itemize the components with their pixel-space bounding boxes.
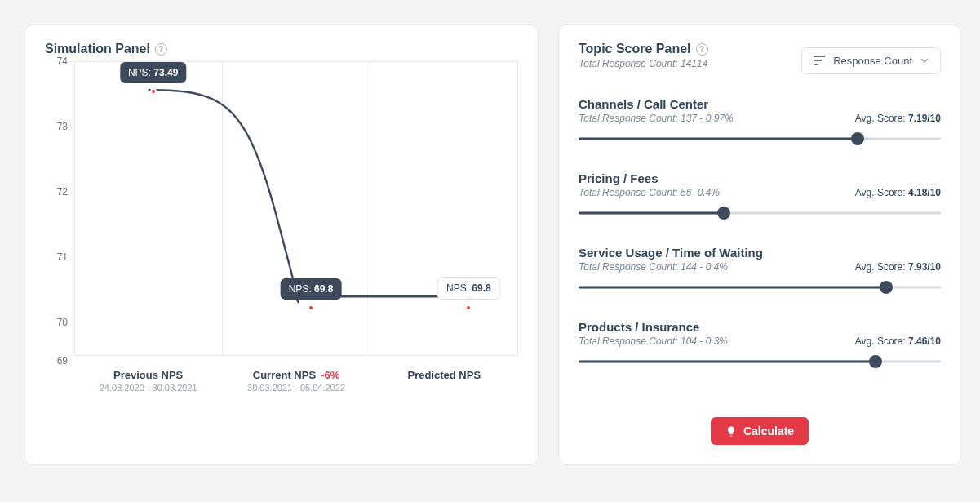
topic-response-count: Total Response Count: 56- 0.4% xyxy=(579,187,720,198)
chart-point-current xyxy=(308,304,314,311)
topic-avg-score: Avg. Score: 7.19/10 xyxy=(855,113,941,124)
topic-panel-title: Topic Score Panel ? xyxy=(579,42,708,56)
slider-thumb[interactable] xyxy=(880,281,893,294)
topic-slider[interactable] xyxy=(579,355,941,368)
slider-thumb[interactable] xyxy=(869,355,882,368)
tooltip-predicted: NPS: 69.8 xyxy=(437,277,500,300)
calculate-label: Calculate xyxy=(743,424,794,438)
topic-slider[interactable] xyxy=(579,132,941,145)
topic-name: Channels / Call Center xyxy=(579,97,941,111)
topic-slider[interactable] xyxy=(579,281,941,294)
topic-panel-subheader: Total Response Count: 14114 xyxy=(579,58,708,69)
topic-avg-score: Avg. Score: 4.18/10 xyxy=(855,187,941,198)
svg-rect-1 xyxy=(814,60,822,61)
svg-rect-2 xyxy=(814,64,818,65)
topic-list[interactable]: Channels / Call CenterTotal Response Cou… xyxy=(579,86,960,406)
ylabel: 73 xyxy=(45,121,68,132)
topic-item: Products / InsuranceTotal Response Count… xyxy=(579,309,941,383)
tooltip-current: NPS: 69.8 xyxy=(281,278,342,300)
topic-score-panel: Topic Score Panel ? Total Response Count… xyxy=(558,24,961,465)
topic-name: Pricing / Fees xyxy=(579,171,941,185)
slider-thumb[interactable] xyxy=(851,132,864,145)
topic-avg-score: Avg. Score: 7.46/10 xyxy=(855,335,941,347)
tooltip-previous: NPS: 73.49 xyxy=(120,62,186,83)
topic-response-count: Total Response Count: 144 - 0.4% xyxy=(579,261,728,273)
sort-icon xyxy=(814,56,825,65)
ylabel: 71 xyxy=(45,251,68,263)
simulation-panel-title: Simulation Panel ? xyxy=(45,42,167,56)
simulation-title-text: Simulation Panel xyxy=(45,42,150,56)
topic-response-count: Total Response Count: 137 - 0.97% xyxy=(579,113,734,124)
bulb-icon xyxy=(725,425,737,437)
chevron-down-icon xyxy=(920,58,929,63)
topic-name: Products / Insurance xyxy=(579,320,941,334)
ylabel: 70 xyxy=(45,317,68,328)
slider-thumb[interactable] xyxy=(717,207,730,220)
xlabel-previous: Previous NPS 24.03.2020 - 30.03.2021 xyxy=(74,369,222,393)
topic-name: Service Usage / Time of Waiting xyxy=(579,246,941,260)
topic-avg-score: Avg. Score: 7.93/10 xyxy=(855,261,941,273)
nps-chart: 74 73 72 71 70 69 NPS: 73.49 xyxy=(45,61,518,388)
chart-xaxis: Previous NPS 24.03.2020 - 30.03.2021 Cur… xyxy=(74,369,518,393)
sort-dropdown[interactable]: Response Count xyxy=(801,47,941,74)
xlabel-current: Current NPS-6% 30.03.2021 - 05.04.2022 xyxy=(222,369,370,393)
xlabel-predicted: Predicted NPS xyxy=(370,369,518,393)
topic-item: Service Usage / Time of WaitingTotal Res… xyxy=(579,234,941,309)
ylabel: 72 xyxy=(45,186,68,198)
topic-slider[interactable] xyxy=(579,207,941,220)
topic-response-count: Total Response Count: 104 - 0.3% xyxy=(579,335,728,347)
chart-line xyxy=(74,61,518,342)
help-icon[interactable]: ? xyxy=(696,43,708,56)
calculate-button[interactable]: Calculate xyxy=(711,417,809,445)
chart-point-previous xyxy=(150,88,157,95)
dropdown-label: Response Count xyxy=(833,55,912,67)
ylabel: 69 xyxy=(45,355,68,367)
simulation-panel: Simulation Panel ? 74 73 72 71 70 69 xyxy=(24,24,539,465)
svg-rect-0 xyxy=(814,56,825,57)
ylabel: 74 xyxy=(45,56,68,67)
topic-item: Pricing / FeesTotal Response Count: 56- … xyxy=(579,160,941,234)
topic-item: Channels / Call CenterTotal Response Cou… xyxy=(579,86,941,160)
chart-point-predicted xyxy=(465,304,472,311)
help-icon[interactable]: ? xyxy=(155,43,167,56)
